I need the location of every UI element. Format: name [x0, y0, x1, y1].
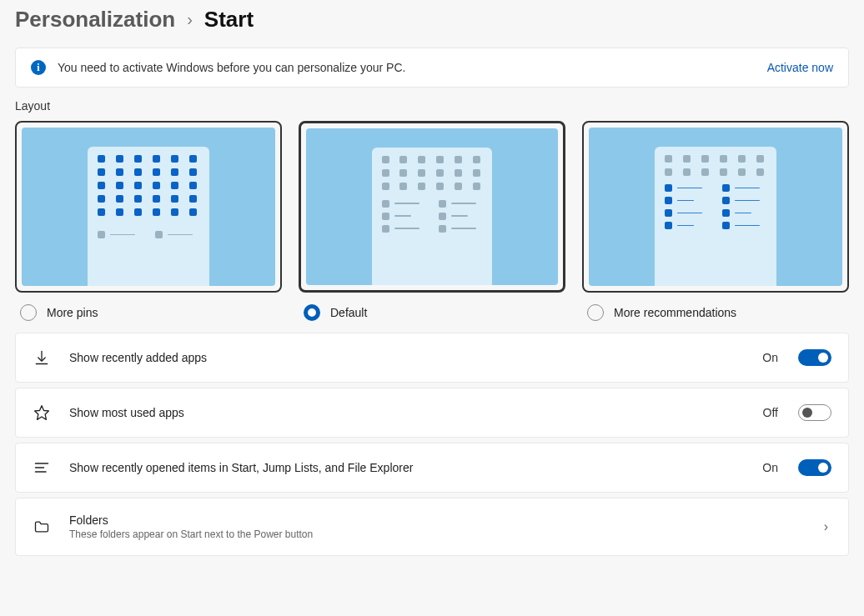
toggle-state-label: On — [762, 461, 778, 474]
list-icon — [33, 458, 51, 477]
setting-title: Folders — [69, 513, 802, 527]
layout-preview-default[interactable] — [299, 121, 565, 293]
star-icon — [33, 403, 51, 422]
radio-more-pins[interactable]: More pins — [15, 304, 282, 321]
layout-option-default[interactable]: Default — [299, 121, 565, 321]
breadcrumb-parent[interactable]: Personalization — [15, 7, 175, 33]
toggle-recently-added[interactable] — [798, 349, 831, 366]
folder-icon — [33, 518, 51, 536]
radio-label: Default — [330, 306, 367, 319]
layout-preview-more-recommendations[interactable] — [582, 121, 849, 293]
radio-icon — [587, 304, 604, 321]
setting-label: Show recently added apps — [69, 351, 744, 364]
radio-icon — [304, 304, 320, 321]
setting-label: Show recently opened items in Start, Jum… — [69, 461, 744, 474]
setting-most-used: Show most used apps Off — [15, 388, 849, 438]
layout-preview-more-pins[interactable] — [15, 121, 282, 293]
toggle-state-label: Off — [763, 406, 778, 419]
toggle-recent-items[interactable] — [798, 459, 831, 476]
setting-folders[interactable]: Folders These folders appear on Start ne… — [15, 498, 849, 556]
radio-label: More pins — [47, 306, 98, 319]
svg-marker-0 — [35, 405, 49, 419]
breadcrumb-current: Start — [204, 7, 254, 33]
toggle-state-label: On — [762, 351, 778, 364]
radio-icon — [20, 304, 37, 321]
chevron-right-icon: › — [187, 10, 193, 29]
activate-now-link[interactable]: Activate now — [767, 61, 833, 74]
setting-recently-added: Show recently added apps On — [15, 333, 849, 383]
activation-infobar: i You need to activate Windows before yo… — [15, 48, 849, 88]
layout-option-more-recommendations[interactable]: More recommendations — [582, 121, 849, 321]
layout-options: More pins — [15, 121, 849, 321]
radio-default[interactable]: Default — [299, 304, 565, 321]
infobar-message: You need to activate Windows before you … — [58, 61, 756, 74]
setting-label: Show most used apps — [69, 406, 745, 419]
radio-label: More recommendations — [614, 306, 736, 319]
setting-recent-items: Show recently opened items in Start, Jum… — [15, 443, 849, 493]
radio-more-recommendations[interactable]: More recommendations — [582, 304, 849, 321]
chevron-right-icon: › — [821, 519, 831, 534]
layout-option-more-pins[interactable]: More pins — [15, 121, 282, 321]
setting-subtitle: These folders appear on Start next to th… — [69, 528, 802, 540]
layout-section-label: Layout — [15, 99, 849, 113]
download-icon — [33, 348, 51, 367]
breadcrumb: Personalization › Start — [15, 7, 849, 33]
toggle-most-used[interactable] — [798, 404, 831, 421]
info-icon: i — [31, 60, 46, 75]
